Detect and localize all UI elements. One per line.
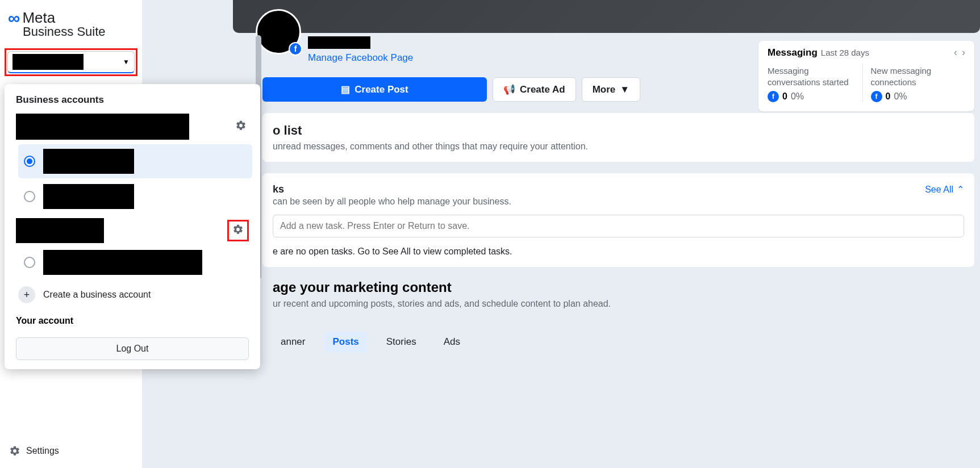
sub-account-2-name-redacted <box>43 184 134 209</box>
tab-planner[interactable]: anner <box>273 332 313 352</box>
metric1-pct: 0% <box>791 91 804 102</box>
tasks-description: can be seen by all people who help manag… <box>273 197 964 207</box>
popover-header: Business accounts <box>5 89 260 111</box>
sub-account-3-name-redacted <box>43 250 202 275</box>
insights-next-icon[interactable]: › <box>962 47 965 58</box>
plus-icon: + <box>18 286 35 303</box>
caret-down-icon: ▼ <box>123 58 130 66</box>
insights-card: Messaging Last 28 days ‹ › Messaging con… <box>758 41 974 111</box>
chevron-up-icon: ⌃ <box>957 184 964 195</box>
account-dropdown[interactable]: ▼ <box>7 51 135 73</box>
logout-button[interactable]: Log Out <box>16 337 249 360</box>
business-account-1[interactable] <box>5 111 260 142</box>
business-account-2-name-redacted <box>16 218 104 243</box>
radio-unselected-icon <box>24 257 35 268</box>
tab-ads[interactable]: Ads <box>436 332 468 352</box>
your-account-header: Your account <box>5 310 260 328</box>
metric2-label: New messaging connections <box>871 65 961 87</box>
manage-facebook-page-link[interactable]: Manage Facebook Page <box>308 52 413 64</box>
post-icon: ▤ <box>341 83 350 95</box>
todo-card: o list unread messages, comments and oth… <box>262 113 974 162</box>
brand-suite-text: Business Suite <box>8 24 134 39</box>
tab-posts[interactable]: Posts <box>324 332 366 352</box>
tasks-card: ks See All ⌃ can be seen by all people w… <box>262 173 974 267</box>
metric2-pct: 0% <box>894 91 907 102</box>
gear-icon <box>235 120 247 131</box>
tab-stories[interactable]: Stories <box>378 332 424 352</box>
sub-account-3[interactable] <box>5 245 260 279</box>
page-name-redacted <box>308 36 370 49</box>
metric1-value: 0 <box>782 91 787 102</box>
settings-label: Settings <box>26 446 59 456</box>
sub-account-2[interactable] <box>18 179 252 214</box>
create-post-label: Create Post <box>355 84 408 95</box>
business-account-2-settings-highlight[interactable] <box>227 220 249 241</box>
page-avatar-wrap: f <box>256 9 301 55</box>
marketing-tabs: anner Posts Stories Ads <box>273 332 970 352</box>
business-account-1-settings[interactable] <box>233 118 249 136</box>
sidebar-settings[interactable]: Settings <box>9 445 59 457</box>
create-ad-label: Create Ad <box>520 84 565 95</box>
business-account-2[interactable] <box>5 216 260 245</box>
add-task-input[interactable] <box>273 215 964 237</box>
metric1-label: Messaging conversations started <box>768 65 858 87</box>
more-label: More <box>593 84 616 95</box>
caret-down-icon: ▼ <box>620 84 629 95</box>
business-account-1-name-redacted <box>16 114 189 140</box>
tasks-see-all-link[interactable]: See All ⌃ <box>925 184 964 195</box>
facebook-badge-icon: f <box>289 42 302 56</box>
meta-infinity-icon: ∞ <box>8 10 20 27</box>
logout-label: Log Out <box>116 344 149 353</box>
insights-period: Last 28 days <box>821 48 869 57</box>
megaphone-icon: 📢 <box>503 83 515 95</box>
tasks-title: ks <box>273 183 284 195</box>
gear-icon <box>9 445 20 457</box>
insights-prev-icon[interactable]: ‹ <box>954 47 957 58</box>
gear-icon <box>232 224 244 235</box>
metric2-value: 0 <box>886 91 891 102</box>
tasks-empty-message: e are no open tasks. Go to See All to vi… <box>273 246 964 257</box>
marketing-title: age your marketing content <box>273 279 970 295</box>
main-content: f Manage Facebook Page ▤ Create Post 📢 C… <box>142 0 980 468</box>
radio-unselected-icon <box>24 191 35 202</box>
radio-selected-icon <box>24 156 35 167</box>
create-ad-button[interactable]: 📢 Create Ad <box>493 77 576 102</box>
create-business-account[interactable]: + Create a business account <box>5 279 260 310</box>
brand-logo: ∞ Meta Business Suite <box>0 0 142 46</box>
insights-title: Messaging <box>768 47 818 58</box>
metric-new-connections: New messaging connections f 0 0% <box>862 63 966 102</box>
todo-title: o list <box>273 123 964 138</box>
current-account-redacted <box>12 54 84 70</box>
sub-account-1-name-redacted <box>43 149 134 174</box>
see-all-label: See All <box>925 185 953 195</box>
more-button[interactable]: More ▼ <box>582 77 640 102</box>
metric-conversations-started: Messaging conversations started f 0 0% <box>768 63 862 102</box>
create-post-button[interactable]: ▤ Create Post <box>262 77 487 102</box>
marketing-subtitle: ur recent and upcoming posts, stories an… <box>273 299 970 309</box>
business-accounts-popover: Business accounts + Create a business ac… <box>5 84 260 369</box>
facebook-dot-icon: f <box>871 91 882 102</box>
create-business-label: Create a business account <box>43 290 151 300</box>
sub-account-1[interactable] <box>18 144 252 178</box>
marketing-section: age your marketing content ur recent and… <box>262 279 980 352</box>
todo-subtitle: unread messages, comments and other thin… <box>273 141 964 152</box>
account-dropdown-highlight: ▼ <box>5 48 137 76</box>
facebook-dot-icon: f <box>768 91 779 102</box>
